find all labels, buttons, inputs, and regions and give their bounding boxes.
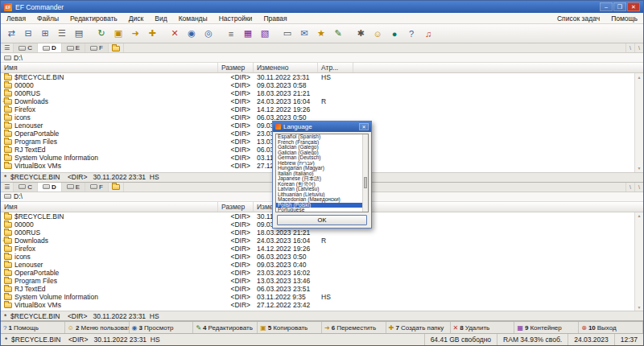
- minimize-icon[interactable]: –: [600, 2, 613, 11]
- file-row[interactable]: $RECYCLE.BIN <DIR> 30.11.2022 23:31 HS: [1, 73, 634, 81]
- file-row[interactable]: Firefox <DIR> 14.12.2022 19:26: [1, 105, 634, 113]
- scrollbar-thumb[interactable]: [364, 177, 367, 188]
- f1-help-button[interactable]: ? 1 Помощь: [1, 322, 65, 333]
- horizontal-split-button[interactable]: ⊟: [20, 26, 36, 42]
- scroll-down-icon[interactable]: ▼: [635, 165, 643, 172]
- new-folder-button[interactable]: ✚: [144, 26, 160, 42]
- close-icon[interactable]: ✕: [627, 2, 640, 11]
- print-button[interactable]: ▭: [279, 26, 295, 42]
- file-row[interactable]: OperaPortable <DIR> 23.03.2023 16:02: [1, 269, 634, 277]
- maximize-icon[interactable]: ❒: [613, 2, 626, 11]
- drive-tab[interactable]: C: [14, 43, 38, 52]
- drive-tab[interactable]: E: [62, 183, 85, 192]
- drive-tab[interactable]: D: [38, 183, 62, 192]
- menu-item[interactable]: Помощь: [605, 13, 643, 23]
- unpack-button[interactable]: ▧: [257, 26, 273, 42]
- favorites-button[interactable]: ★: [313, 26, 329, 42]
- column-header[interactable]: Изменено: [254, 63, 318, 72]
- vertical-split-button[interactable]: ⊞: [37, 26, 53, 42]
- panel-menu-icon[interactable]: ☰: [1, 183, 14, 192]
- file-row[interactable]: Downloads <DIR> 24.03.2023 16:04 R: [1, 97, 634, 105]
- file-row[interactable]: icons <DIR> 06.03.2023 0:50: [1, 253, 634, 261]
- ok-button[interactable]: OK: [277, 215, 367, 225]
- column-header[interactable]: Размер: [218, 63, 254, 72]
- function-key-number: 2: [76, 324, 79, 332]
- f7-mkdir-button[interactable]: ✚ 7 Создать папку: [386, 322, 451, 333]
- file-row[interactable]: Program Files <DIR> 13.03.2023 13:46: [1, 277, 634, 285]
- f9-container-button[interactable]: ▦ 9 Контейнер: [514, 322, 579, 333]
- multimedia-button[interactable]: ♫: [420, 26, 436, 42]
- file-row[interactable]: 000RUS <DIR> 18.03.2023 21:21: [1, 89, 634, 97]
- f5-copy-button[interactable]: ▣ 5 Копировать: [258, 322, 322, 333]
- menu-item[interactable]: Левая: [1, 13, 31, 23]
- drive-tab[interactable]: E: [62, 43, 85, 52]
- file-row[interactable]: RJ TextEd <DIR> 06.03.2023 23:51: [1, 285, 634, 293]
- menu-item[interactable]: Вид: [149, 13, 172, 23]
- mail-button[interactable]: ✉: [296, 26, 312, 42]
- file-row[interactable]: System Volume Information <DIR> 03.11.20…: [1, 293, 634, 301]
- menu-item[interactable]: Команды: [173, 13, 213, 23]
- file-modified: 14.12.2022 19:26: [254, 105, 318, 113]
- pane-corner-button[interactable]: \: [625, 183, 634, 192]
- file-row[interactable]: Downloads <DIR> 24.03.2023 16:04 R: [1, 237, 634, 245]
- file-row[interactable]: Firefox <DIR> 14.12.2022 19:26: [1, 245, 634, 253]
- pane-corner-button[interactable]: \: [625, 43, 634, 52]
- move-button[interactable]: ➜: [127, 26, 143, 42]
- file-row[interactable]: 000RUS <DIR> 18.03.2023 21:21: [1, 229, 634, 237]
- scrollbar[interactable]: ▲ ▼: [634, 73, 643, 172]
- copy-button[interactable]: ▣: [110, 26, 126, 42]
- drive-tab[interactable]: F: [85, 183, 109, 192]
- f10-exit-button[interactable]: ⊗ 10 Выход: [579, 322, 643, 333]
- new-tab-folder-button[interactable]: [109, 43, 124, 52]
- pane-corner-button[interactable]: \: [634, 183, 643, 192]
- help-button[interactable]: ?: [403, 26, 419, 42]
- scrollbar[interactable]: ▲ ▼: [634, 212, 643, 311]
- language-option[interactable]: Portuguese: [276, 208, 362, 212]
- file-name: System Volume Information: [14, 154, 98, 162]
- drive-tab[interactable]: F: [85, 43, 109, 52]
- compare-button[interactable]: ≡: [223, 26, 239, 42]
- f4-edit-button[interactable]: ✎ 4 Редактировать: [193, 322, 258, 333]
- menu-item[interactable]: Файлы: [31, 13, 64, 23]
- swap-panes-button[interactable]: ⇄: [3, 26, 19, 42]
- f8-delete-button[interactable]: ✕ 8 Удалить: [451, 322, 515, 333]
- folder-tree-button[interactable]: ☰: [54, 26, 70, 42]
- settings-button[interactable]: ✱: [353, 26, 369, 42]
- refresh-button[interactable]: ↻: [93, 26, 109, 42]
- user-menu-button[interactable]: ☺: [369, 26, 386, 42]
- column-header[interactable]: Размер: [218, 202, 254, 212]
- dialog-scrollbar[interactable]: [362, 134, 368, 212]
- world-button[interactable]: ●: [386, 26, 402, 42]
- pack-button[interactable]: ▦: [240, 26, 256, 42]
- menu-item[interactable]: Настройки: [213, 13, 258, 23]
- search-button[interactable]: ◉: [184, 26, 200, 42]
- dialog-close-icon[interactable]: ✕: [359, 123, 369, 130]
- scroll-down-icon[interactable]: ▼: [635, 303, 643, 311]
- delete-button[interactable]: ✕: [167, 26, 183, 42]
- f6-move-button[interactable]: ➜ 6 Переместить: [322, 322, 386, 333]
- menu-item[interactable]: Список задач: [551, 13, 605, 23]
- menu-item[interactable]: Диск: [123, 13, 149, 23]
- path-bar[interactable]: D:\: [1, 53, 643, 63]
- file-row[interactable]: 00000 <DIR> 09.03.2023 0:58: [1, 81, 634, 89]
- menu-item[interactable]: Редактировать: [64, 13, 123, 23]
- find-files-button[interactable]: ◎: [200, 26, 217, 42]
- f2-user-menu-button[interactable]: ☺ 2 Меню пользователя: [65, 322, 130, 333]
- column-header[interactable]: Имя: [1, 202, 218, 212]
- edit-button[interactable]: ✎: [330, 26, 346, 42]
- file-row[interactable]: Lenouser <DIR> 09.03.2023 0:40: [1, 261, 634, 269]
- file-row[interactable]: VirtualBox VMs <DIR> 27.12.2022 23:42: [1, 301, 634, 309]
- scroll-up-icon[interactable]: ▲: [635, 212, 643, 220]
- language-list: Español (Spanish)French (Français)Galici…: [275, 134, 369, 212]
- f3-view-button[interactable]: ◉ 3 Просмотр: [130, 322, 194, 333]
- menu-item[interactable]: Правая: [258, 13, 292, 23]
- panel-menu-icon[interactable]: ☰: [1, 43, 14, 52]
- new-tab-folder-button[interactable]: [109, 183, 124, 192]
- column-header[interactable]: Атр...: [318, 63, 353, 72]
- pane-corner-button[interactable]: \: [634, 43, 643, 52]
- column-header[interactable]: Имя: [1, 63, 218, 72]
- drive-tab[interactable]: C: [14, 183, 38, 192]
- scroll-up-icon[interactable]: ▲: [635, 73, 643, 80]
- quick-view-button[interactable]: ▤: [71, 26, 87, 42]
- drive-tab[interactable]: D: [38, 43, 62, 52]
